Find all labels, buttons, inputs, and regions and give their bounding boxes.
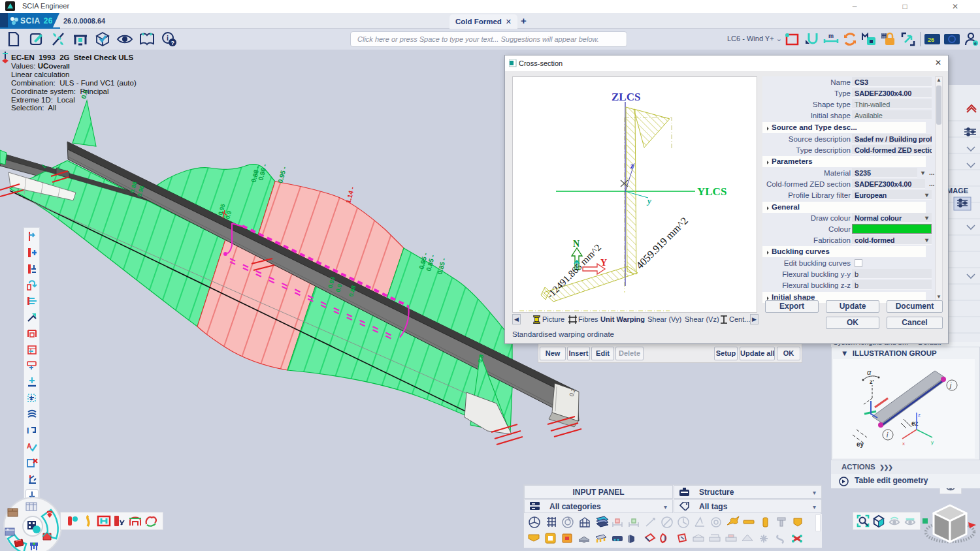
svg-text:e: e: [974, 41, 977, 46]
svg-text:y: y: [931, 439, 934, 445]
svg-text:YLCS: YLCS: [697, 185, 727, 198]
svg-text:j: j: [949, 382, 952, 389]
svg-text:ez: ez: [911, 420, 919, 427]
svg-text:i: i: [887, 432, 889, 439]
svg-text:z': z': [870, 379, 874, 385]
svg-text:z: z: [630, 161, 634, 170]
svg-text:?: ?: [171, 40, 175, 46]
svg-text:m: m: [828, 33, 834, 39]
svg-text:Y: Y: [600, 258, 607, 268]
svg-text:4059.919 mm^2: 4059.919 mm^2: [634, 215, 690, 271]
svg-text:ZLCS: ZLCS: [612, 91, 640, 103]
svg-text:z: z: [918, 412, 921, 418]
svg-text:y: y: [646, 196, 651, 206]
svg-text:26: 26: [928, 37, 934, 43]
svg-text:α: α: [867, 368, 872, 376]
svg-text:x: x: [902, 441, 905, 447]
svg-text:ey: ey: [857, 441, 864, 448]
svg-text:N: N: [573, 239, 580, 249]
svg-text:i: i: [167, 34, 169, 42]
svg-text:I: I: [27, 426, 29, 435]
